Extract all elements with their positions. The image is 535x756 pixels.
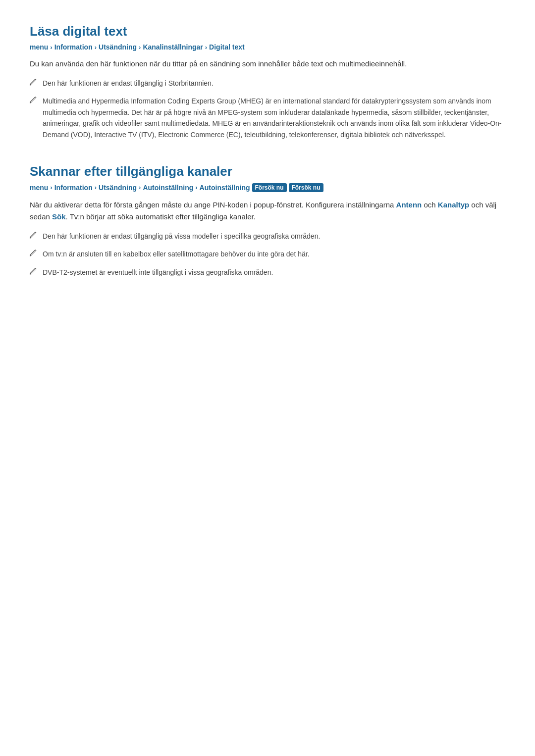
badge-forsok-nu-2[interactable]: Försök nu	[289, 183, 323, 192]
note2-text-3: DVB-T2-systemet är eventuellt inte tillg…	[43, 267, 273, 278]
breadcrumb2-sep-4: ›	[195, 184, 197, 191]
breadcrumb2-information[interactable]: Information	[54, 184, 93, 192]
breadcrumb2-sep-2: ›	[95, 184, 97, 191]
note-item-1: Den här funktionen är endast tillgänglig…	[30, 78, 505, 89]
section1-breadcrumb: menu › Information › Utsändning › Kanali…	[30, 43, 505, 51]
pencil-icon-2	[30, 97, 38, 106]
breadcrumb2-autoinst2[interactable]: Autoinställning	[200, 184, 250, 192]
note2-item-2: Om tv:n är ansluten till en kabelbox ell…	[30, 249, 505, 259]
breadcrumb-sep-1: ›	[50, 44, 52, 51]
pencil-icon-5	[30, 268, 38, 277]
breadcrumb2-menu[interactable]: menu	[30, 184, 48, 192]
section1-intro: Du kan använda den här funktionen när du…	[30, 58, 505, 70]
note-text-2: Multimedia and Hypermedia Information Co…	[43, 96, 505, 140]
breadcrumb2-autoinst[interactable]: Autoinställning	[143, 184, 193, 192]
pencil-icon-4	[30, 250, 38, 259]
section-skannar: Skannar efter tillgängliga kanaler menu …	[30, 164, 505, 278]
breadcrumb-sep-3: ›	[139, 44, 141, 51]
note-item-2: Multimedia and Hypermedia Information Co…	[30, 96, 505, 140]
note2-item-3: DVB-T2-systemet är eventuellt inte tillg…	[30, 267, 505, 278]
section1-title: Läsa digital text	[30, 24, 505, 39]
section-digital-text: Läsa digital text menu › Information › U…	[30, 24, 505, 140]
highlight-sok: Sök	[52, 212, 66, 221]
highlight-kanaltyp: Kanaltyp	[438, 201, 469, 209]
breadcrumb-sep-4: ›	[205, 44, 207, 51]
section2-breadcrumb: menu › Information › Utsändning › Autoin…	[30, 183, 505, 192]
breadcrumb-utsandning[interactable]: Utsändning	[99, 43, 137, 51]
note2-text-1: Den här funktionen är endast tillgänglig…	[43, 231, 320, 242]
note2-text-2: Om tv:n är ansluten till en kabelbox ell…	[43, 249, 310, 259]
breadcrumb2-utsandning[interactable]: Utsändning	[99, 184, 137, 192]
highlight-antenn: Antenn	[396, 201, 422, 209]
breadcrumb-digital-text[interactable]: Digital text	[209, 43, 245, 51]
badge-forsok-nu-1[interactable]: Försök nu	[252, 183, 287, 192]
breadcrumb-kanalinst[interactable]: Kanalinställningar	[143, 43, 203, 51]
breadcrumb2-sep-3: ›	[139, 184, 141, 191]
breadcrumb-information[interactable]: Information	[54, 43, 93, 51]
breadcrumb-menu[interactable]: menu	[30, 43, 48, 51]
section2-title: Skannar efter tillgängliga kanaler	[30, 164, 505, 179]
breadcrumb2-sep-1: ›	[50, 184, 52, 191]
note2-item-1: Den här funktionen är endast tillgänglig…	[30, 231, 505, 242]
pencil-icon-3	[30, 232, 38, 241]
note-text-1: Den här funktionen är endast tillgänglig…	[43, 78, 214, 89]
section1-notes: Den här funktionen är endast tillgänglig…	[30, 78, 505, 140]
section2-notes: Den här funktionen är endast tillgänglig…	[30, 231, 505, 278]
breadcrumb-sep-2: ›	[95, 44, 97, 51]
pencil-icon-1	[30, 79, 38, 88]
section2-intro: När du aktiverar detta för första gången…	[30, 199, 505, 223]
